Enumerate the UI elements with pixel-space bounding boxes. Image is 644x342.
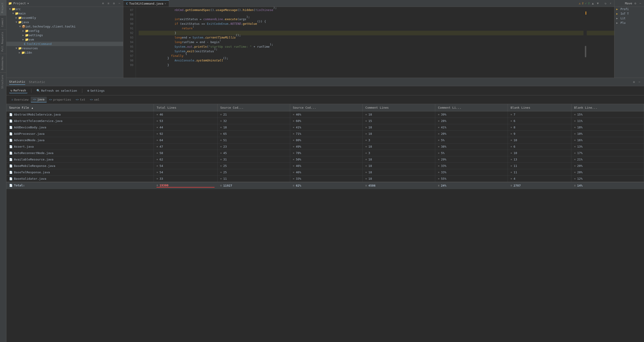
comment-lines-cell: ≡18 [365,145,432,148]
tab-close-btn[interactable]: ✕ [165,2,166,5]
tree-item-main[interactable]: ▼ 📁 main [6,11,123,16]
settings-btn[interactable]: ⚙ Settings [86,88,106,93]
src-code-pct-cell: ≡50% [293,158,360,161]
right-panel-header: Mave ⚙ − [614,0,644,7]
tree-item-iot-package[interactable]: ▼ 📦 iot.technology.client.toolki [6,24,123,29]
sidebar-item-structure[interactable]: Structure [0,72,6,91]
expand-icon: ▼ [12,12,14,15]
maven-icon-iot: ▶ [616,12,618,15]
stack-icon: ≡ [220,139,222,142]
stats-settings-icon[interactable]: ⚙ [632,80,636,84]
cell-comment-pct: ≡39% [435,112,508,118]
refresh-btn[interactable]: ↻ Refresh [9,88,28,93]
right-panel-label: Mave [625,2,632,5]
col-total-lines[interactable]: Total Lines [154,104,218,112]
arrow-down-icon[interactable]: ▼ [596,1,600,6]
code-line-93: long end = System.currentTimeMillis(); [139,35,614,40]
code-lines[interactable]: nbCmd.getCommandSpec().usageMessage().hi… [136,7,614,78]
java-file-icon: 📄 [9,171,12,174]
tab-txt[interactable]: <> txt [73,97,88,102]
sidebar-item-commit[interactable]: Commit [0,15,6,29]
stack-icon: ≡ [438,132,439,135]
right-panel-item-plu[interactable]: ▶ Plu [614,21,644,25]
blank-lines-cell: ≡11 [510,170,568,174]
scroll-thumb[interactable] [585,46,586,57]
folder-icon: 📁 [8,2,12,5]
editor-tab-toolkitcommand[interactable]: C ToolKitCommand.java ✕ [123,0,169,7]
tab-xml[interactable]: <> xml [88,97,102,102]
build-icon[interactable]: ⚡ [609,1,612,6]
src-code-count-cell: ≡65 [220,132,287,136]
right-panel-item-lit[interactable]: ▶ Lit [614,16,644,21]
right-panel-minimize-icon[interactable]: − [638,1,642,6]
tree-collapse-icon[interactable]: ≡ [107,1,110,6]
col-comment-pct[interactable]: Comment Li... [435,104,508,112]
tree-item-settings[interactable]: ▶ 📁 settings [6,33,123,37]
source-file-name: AbstractTelecomService.java [14,119,62,123]
tree-item-config[interactable]: ▶ 📁 config [6,29,123,33]
tab-java[interactable]: <> java [31,97,47,102]
tree-locate-icon[interactable]: ⊕ [101,1,105,6]
tab-overview[interactable]: ⌂ Overview [9,97,31,102]
cell-blank-pct: ≡20% [571,169,644,176]
tree-item-src[interactable]: ▼ 📁 src [6,7,123,11]
refresh-selection-btn[interactable]: 🔍 Refresh on selection [35,88,78,93]
stats-tab-1[interactable]: Statistic [9,79,25,85]
cell-source-code-pct: ≡46% [290,169,362,176]
stack-icon: ≡ [156,158,158,161]
tree-item-i18n[interactable]: ▶ 📁 i18n [6,50,123,55]
refresh-icon[interactable]: ↻ [604,1,607,6]
tree-settings-icon[interactable]: ⚙ [112,1,116,6]
cell-total-label: 📄 Total: [6,182,154,188]
cell-total-lines: ≡53 [154,118,218,124]
src-code-count-cell: ≡25 [220,164,287,168]
col-source-file[interactable]: Source File ▲ [6,104,154,112]
editor-scrollbar[interactable] [584,7,587,78]
tab-properties-label: properties [53,98,71,101]
stats-minimize-icon[interactable]: − [638,80,641,84]
stats-tab-2[interactable]: Statistic [29,79,45,84]
tab-properties[interactable]: <> properties [47,97,74,102]
tab-xml-label: xml [94,98,99,101]
total-lines-cell: ≡62 [156,158,214,161]
cell-blank-lines: ≡13 [508,156,571,163]
cell-source-code-count: ≡32 [217,118,290,124]
tree-item-java[interactable]: ▼ 📁 java [6,20,123,24]
tree-minimize-icon[interactable]: − [118,1,121,6]
folder-icon-svm: 📁 [25,38,29,41]
col-blank-pct[interactable]: Blank Line... [571,104,644,112]
source-file-name: AddProcessor.java [14,132,44,136]
col-source-code-pct[interactable]: Source Cod... [290,104,362,112]
blank-lines-cell: ≡6 [510,145,568,148]
arrow-up-icon[interactable]: ▲ [591,1,595,6]
refresh-label: Refresh [14,89,26,92]
col-source-code-count[interactable]: Source Cod... [217,104,290,112]
cell-comment-pct: ≡38% [435,144,508,150]
cell-blank-pct: ≡17% [571,150,644,156]
java-file-icon: 📄 [9,113,12,116]
tree-item-svm[interactable]: ▶ 📁 svm [6,37,123,42]
right-panel-settings-icon[interactable]: ⚙ [634,1,637,6]
sidebar-item-pull-requests[interactable]: Pull Requests [0,29,6,54]
comment-pct-cell: ≡55% [438,177,505,180]
right-panel-item-iot[interactable]: ▶ IoT T [614,12,644,16]
refresh-selection-label: Refresh on selection [41,89,77,92]
src-code-pct-cell: ≡46% [293,164,360,168]
stack-icon: ≡ [220,158,222,161]
stack-icon: ≡ [293,184,294,187]
right-panel-item-profi[interactable]: ▶ Profi [614,7,644,12]
col-blank-lines[interactable]: Blank Lines [508,104,571,112]
total-lines-cell: ≡47 [156,145,214,148]
sidebar-item-project[interactable]: Project [0,0,6,15]
tree-item-toolkitcommand[interactable]: C ToolKitCommand [6,42,123,46]
cell-source-code-pct: ≡50% [290,156,362,163]
col-comment-lines[interactable]: Comment Lines [362,104,435,112]
cell-blank-pct: ≡18% [571,124,644,131]
dropdown-icon[interactable]: ▾ [27,2,29,5]
sidebar-item-bookmarks[interactable]: Bookmarks [0,54,6,72]
line-numbers: 87 88 89 90 91 92 93 94 95 96 97 98 99 [123,7,136,78]
data-table-container[interactable]: Source File ▲ Total Lines Source Cod... … [6,104,644,342]
tree-item-assembly[interactable]: ▶ 📁 assembly [6,16,123,20]
source-file-name: AddDeviceBody.java [14,126,46,129]
tree-item-resources[interactable]: ▼ 📁 resources [6,46,123,50]
